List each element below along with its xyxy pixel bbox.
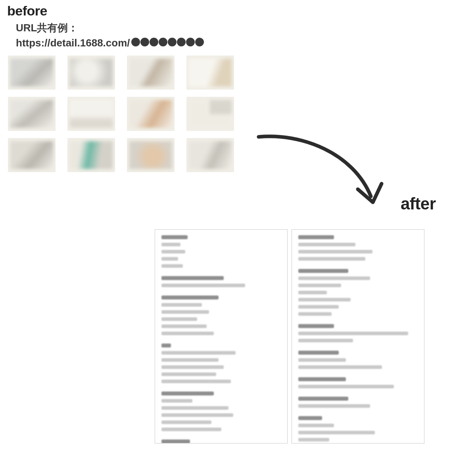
thumbnail bbox=[8, 138, 56, 172]
thumbnail bbox=[67, 56, 115, 90]
result-panel-left bbox=[155, 229, 288, 443]
blurred-text-line bbox=[161, 332, 214, 335]
masked-dot bbox=[186, 38, 195, 46]
arrow-icon bbox=[254, 129, 389, 220]
blurred-text-line bbox=[161, 413, 233, 417]
blurred-text-line bbox=[298, 332, 408, 335]
blurred-text-line bbox=[161, 264, 183, 268]
masked-dot bbox=[150, 38, 158, 46]
blurred-text-line bbox=[298, 312, 332, 316]
blurred-text-line bbox=[298, 377, 346, 381]
blurred-text-line bbox=[161, 372, 216, 376]
blurred-text-line bbox=[298, 250, 372, 253]
thumbnail bbox=[8, 56, 56, 90]
thumbnail bbox=[127, 56, 175, 90]
blurred-text-line bbox=[298, 404, 370, 408]
url-prefix: https://detail.1688.com/ bbox=[16, 36, 130, 51]
blurred-text-line bbox=[298, 298, 351, 301]
masked-dot bbox=[177, 38, 186, 46]
blurred-text-line bbox=[161, 420, 211, 424]
blurred-text-line bbox=[161, 284, 245, 287]
blurred-text-line bbox=[298, 424, 334, 427]
thumbnail bbox=[127, 97, 175, 131]
url-heading: URL共有例： bbox=[16, 21, 204, 36]
blurred-text-line bbox=[161, 303, 202, 307]
before-label: before bbox=[7, 3, 47, 19]
masked-dot bbox=[140, 38, 149, 46]
thumbnail bbox=[67, 97, 115, 131]
blurred-text-line bbox=[298, 351, 339, 355]
blurred-text-line bbox=[298, 324, 334, 328]
blurred-text-line bbox=[161, 310, 209, 314]
blurred-text-line bbox=[161, 257, 178, 261]
blurred-text-line bbox=[298, 416, 322, 420]
thumbnail bbox=[67, 138, 115, 172]
blurred-text-line bbox=[298, 358, 346, 362]
blurred-text-line bbox=[161, 344, 171, 347]
blurred-text-line bbox=[161, 406, 228, 410]
url-share-example: URL共有例： https://detail.1688.com/ bbox=[16, 21, 204, 50]
blurred-text-line bbox=[298, 284, 341, 287]
thumbnail bbox=[127, 138, 175, 172]
blurred-text-line bbox=[161, 243, 180, 246]
blurred-text-line bbox=[161, 235, 188, 239]
blurred-text-line bbox=[161, 358, 219, 362]
blurred-text-line bbox=[161, 250, 185, 253]
after-panels bbox=[155, 229, 424, 443]
blurred-text-line bbox=[298, 431, 375, 434]
before-thumbnail-grid bbox=[8, 56, 234, 172]
blurred-text-line bbox=[298, 243, 355, 246]
url-masked-dots bbox=[131, 36, 204, 51]
blurred-text-line bbox=[161, 399, 192, 403]
blurred-text-line bbox=[161, 317, 197, 321]
blurred-text-line bbox=[298, 339, 353, 342]
blurred-text-line bbox=[161, 276, 224, 280]
masked-dot bbox=[168, 38, 177, 46]
after-label: after bbox=[401, 194, 436, 213]
blurred-text-line bbox=[298, 365, 382, 369]
blurred-text-line bbox=[298, 397, 348, 401]
blurred-text-line bbox=[298, 385, 394, 388]
blurred-text-line bbox=[298, 235, 334, 239]
blurred-text-line bbox=[161, 428, 221, 431]
blurred-text-line bbox=[298, 305, 339, 309]
result-panel-right bbox=[292, 229, 424, 443]
blurred-text-line bbox=[161, 324, 207, 328]
thumbnail bbox=[186, 138, 234, 172]
blurred-text-line bbox=[161, 440, 190, 443]
blurred-text-line bbox=[298, 438, 329, 441]
blurred-text-line bbox=[161, 365, 224, 369]
blurred-text-line bbox=[161, 392, 214, 395]
url-line: https://detail.1688.com/ bbox=[16, 36, 204, 51]
masked-dot bbox=[131, 38, 140, 46]
blurred-text-line bbox=[161, 351, 236, 355]
blurred-text-line bbox=[298, 276, 370, 280]
masked-dot bbox=[159, 38, 167, 46]
blurred-text-line bbox=[298, 257, 365, 261]
blurred-text-line bbox=[161, 296, 219, 299]
thumbnail bbox=[8, 97, 56, 131]
masked-dot bbox=[195, 38, 204, 46]
thumbnail bbox=[186, 97, 234, 131]
blurred-text-line bbox=[298, 269, 348, 273]
blurred-text-line bbox=[298, 291, 327, 294]
blurred-text-line bbox=[161, 380, 231, 383]
thumbnail bbox=[186, 56, 234, 90]
